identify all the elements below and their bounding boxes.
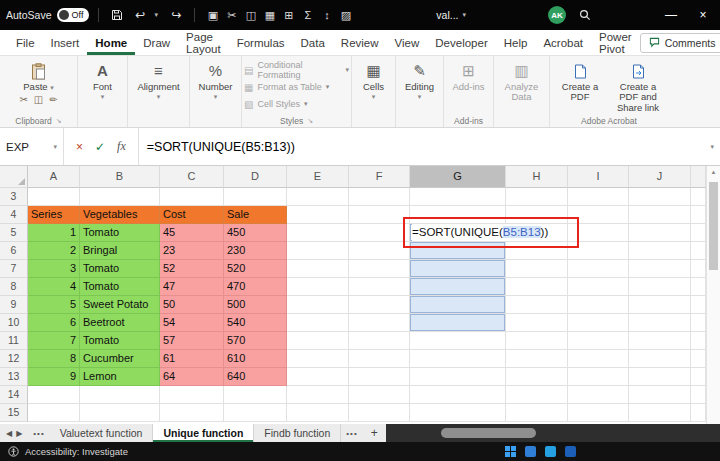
row-header-12[interactable]: 12: [0, 350, 28, 368]
row-header-3[interactable]: 3: [0, 188, 28, 206]
cell-E13[interactable]: [287, 368, 349, 386]
formula-bar-expand-icon[interactable]: ▾: [704, 128, 720, 165]
cell-E8[interactable]: [287, 278, 349, 296]
cell-F6[interactable]: [349, 242, 410, 260]
number-button[interactable]: % Number ▾: [199, 59, 233, 114]
cancel-icon[interactable]: ×: [76, 140, 83, 154]
cell-H3[interactable]: [506, 188, 568, 206]
cell-C10[interactable]: 54: [160, 314, 224, 332]
cell-J9[interactable]: [629, 296, 691, 314]
menu-tab-draw[interactable]: Draw: [135, 30, 178, 55]
cell-B14[interactable]: [80, 386, 160, 404]
column-header-C[interactable]: C: [160, 166, 224, 188]
comments-button[interactable]: Comments: [640, 33, 720, 53]
horizontal-scroll-thumb[interactable]: [441, 428, 536, 438]
cell-G15[interactable]: [410, 404, 506, 422]
cell-K6[interactable]: [691, 242, 706, 260]
cell-A11[interactable]: 7: [28, 332, 80, 350]
row-header-8[interactable]: 8: [0, 278, 28, 296]
column-header-F[interactable]: F: [349, 166, 410, 188]
cell-D4[interactable]: Sale: [224, 206, 287, 224]
cell-H7[interactable]: [506, 260, 568, 278]
cell-D7[interactable]: 520: [224, 260, 287, 278]
cell-E14[interactable]: [287, 386, 349, 404]
cell-A5[interactable]: 1: [28, 224, 80, 242]
editing-button[interactable]: ✎ Editing ▾: [405, 59, 434, 114]
cell-B13[interactable]: Lemon: [80, 368, 160, 386]
cell-styles-button[interactable]: ▧Cell Styles▾: [244, 96, 349, 112]
cell-F7[interactable]: [349, 260, 410, 278]
new-sheet-button[interactable]: +: [363, 424, 386, 442]
document-title[interactable]: val...▾: [436, 9, 466, 21]
vertical-scroll-thumb[interactable]: [709, 182, 718, 270]
cell-B5[interactable]: Tomato: [80, 224, 160, 242]
autosave-toggle[interactable]: Off: [57, 8, 90, 22]
cell-F11[interactable]: [349, 332, 410, 350]
cell-F8[interactable]: [349, 278, 410, 296]
cell-G14[interactable]: [410, 386, 506, 404]
cell-D11[interactable]: 570: [224, 332, 287, 350]
conditional-formatting-button[interactable]: ▤Conditional Formatting▾: [244, 62, 349, 78]
cell-I12[interactable]: [568, 350, 629, 368]
sheet-tab-unique-function[interactable]: Unique function: [153, 424, 254, 442]
cell-F10[interactable]: [349, 314, 410, 332]
cell-G12[interactable]: [410, 350, 506, 368]
qat-autosum-icon[interactable]: Σ: [299, 9, 316, 22]
undo-dropdown-icon[interactable]: ▾: [154, 11, 162, 19]
cell-J15[interactable]: [629, 404, 691, 422]
sheet-overflow-icon[interactable]: •••: [341, 424, 362, 442]
row-header-7[interactable]: 7: [0, 260, 28, 278]
cell-D9[interactable]: 500: [224, 296, 287, 314]
create-pdf-button[interactable]: Create a PDF: [554, 59, 606, 114]
cell-F13[interactable]: [349, 368, 410, 386]
qat-fill-icon[interactable]: ▨: [337, 9, 354, 22]
cell-K13[interactable]: [691, 368, 706, 386]
undo-icon[interactable]: ↩: [131, 8, 149, 22]
cell-F3[interactable]: [349, 188, 410, 206]
search-icon[interactable]: [576, 9, 594, 21]
cell-A14[interactable]: [28, 386, 80, 404]
cell-D10[interactable]: 540: [224, 314, 287, 332]
taskbar-app-3[interactable]: [565, 446, 576, 457]
taskbar-app-1[interactable]: [525, 446, 536, 457]
cell-G6[interactable]: [410, 242, 506, 260]
cell-H10[interactable]: [506, 314, 568, 332]
cell-C11[interactable]: 57: [160, 332, 224, 350]
cell-B8[interactable]: Tomato: [80, 278, 160, 296]
cell-F4[interactable]: [349, 206, 410, 224]
cell-H12[interactable]: [506, 350, 568, 368]
cell-B9[interactable]: Sweet Potato: [80, 296, 160, 314]
cell-G3[interactable]: [410, 188, 506, 206]
cell-H14[interactable]: [506, 386, 568, 404]
menu-tab-page-layout[interactable]: Page Layout: [178, 30, 229, 55]
select-all-corner[interactable]: [0, 166, 28, 188]
cell-H11[interactable]: [506, 332, 568, 350]
cell-F12[interactable]: [349, 350, 410, 368]
row-header-14[interactable]: 14: [0, 386, 28, 404]
cell-I4[interactable]: [568, 206, 629, 224]
dialog-launcher-icon[interactable]: ↘: [307, 117, 313, 125]
cell-I14[interactable]: [568, 386, 629, 404]
cell-I6[interactable]: [568, 242, 629, 260]
cell-I7[interactable]: [568, 260, 629, 278]
cell-A4[interactable]: Series: [28, 206, 80, 224]
cell-K12[interactable]: [691, 350, 706, 368]
qat-merge-icon[interactable]: ⊞: [280, 9, 297, 22]
cell-J13[interactable]: [629, 368, 691, 386]
cell-J12[interactable]: [629, 350, 691, 368]
row-header-4[interactable]: 4: [0, 206, 28, 224]
cell-J3[interactable]: [629, 188, 691, 206]
column-header-B[interactable]: B: [80, 166, 160, 188]
menu-tab-power-pivot[interactable]: Power Pivot: [591, 30, 640, 55]
cell-J5[interactable]: [629, 224, 691, 242]
cell-G5[interactable]: =SORT(UNIQUE(B5:B13)): [410, 224, 506, 242]
name-box[interactable]: EXP ▾: [0, 128, 64, 165]
cell-E4[interactable]: [287, 206, 349, 224]
alignment-button[interactable]: ≡ Alignment ▾: [137, 59, 179, 114]
horizontal-scrollbar[interactable]: [386, 424, 720, 442]
cell-I5[interactable]: [568, 224, 629, 242]
cell-C14[interactable]: [160, 386, 224, 404]
cell-D14[interactable]: [224, 386, 287, 404]
cell-H9[interactable]: [506, 296, 568, 314]
cell-D8[interactable]: 470: [224, 278, 287, 296]
